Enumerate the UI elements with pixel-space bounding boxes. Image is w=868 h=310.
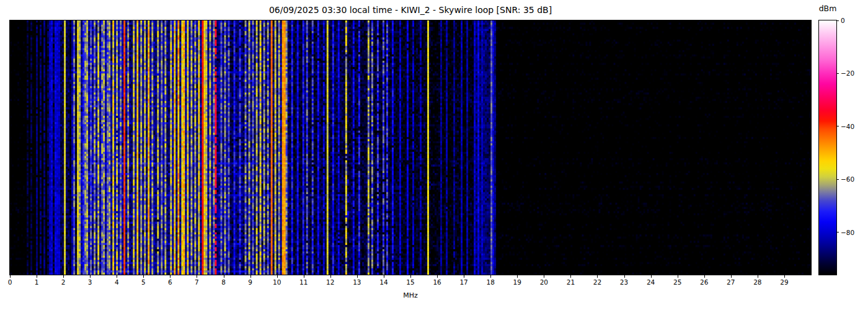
x-tick xyxy=(277,275,278,278)
x-tick xyxy=(330,275,331,278)
colorbar-tick xyxy=(836,20,839,21)
x-tick-label: 7 xyxy=(188,278,205,286)
x-tick-label: 17 xyxy=(455,278,472,286)
x-tick-label: 18 xyxy=(482,278,499,286)
x-tick-label: 19 xyxy=(508,278,526,286)
x-tick-label: 29 xyxy=(776,278,793,286)
colorbar-tick-label: −60 xyxy=(841,175,854,183)
colorbar-tick-label: −40 xyxy=(841,123,854,130)
x-tick xyxy=(304,275,304,278)
colorbar-tick-label: −80 xyxy=(841,229,854,236)
x-tick-label: 26 xyxy=(696,278,713,286)
x-tick-label: 1 xyxy=(28,278,45,286)
x-tick-label: 15 xyxy=(402,278,419,286)
x-tick xyxy=(63,275,64,278)
x-tick-label: 24 xyxy=(642,278,660,286)
x-tick-label: 21 xyxy=(562,278,579,286)
x-tick-label: 2 xyxy=(55,278,72,286)
x-tick xyxy=(197,275,197,278)
waterfall-canvas xyxy=(10,20,811,275)
x-tick xyxy=(10,275,11,278)
x-tick-label: 6 xyxy=(161,278,179,286)
x-tick xyxy=(758,275,758,278)
x-tick xyxy=(651,275,652,278)
colorbar-tick xyxy=(836,73,839,74)
x-tick xyxy=(117,275,117,278)
x-tick xyxy=(624,275,625,278)
x-tick xyxy=(544,275,544,278)
x-tick xyxy=(464,275,464,278)
x-tick xyxy=(517,275,518,278)
x-tick-label: 8 xyxy=(215,278,232,286)
x-tick xyxy=(37,275,37,278)
x-tick-label: 5 xyxy=(135,278,152,286)
x-tick xyxy=(384,275,384,278)
x-tick-label: 9 xyxy=(242,278,259,286)
x-tick-label: 22 xyxy=(588,278,606,286)
x-tick xyxy=(784,275,785,278)
x-tick xyxy=(90,275,91,278)
x-tick-label: 4 xyxy=(108,278,125,286)
colorbar-tick xyxy=(836,126,839,126)
x-tick-label: 0 xyxy=(1,278,19,286)
plot-title: 06/09/2025 03:30 local time - KIWI_2 - S… xyxy=(10,5,811,15)
x-tick xyxy=(170,275,170,278)
colorbar-tick-label: −20 xyxy=(841,69,854,77)
x-tick xyxy=(143,275,144,278)
x-tick xyxy=(224,275,224,278)
x-tick xyxy=(250,275,251,278)
x-tick-label: 10 xyxy=(268,278,286,286)
x-tick xyxy=(678,275,678,278)
colorbar-gradient xyxy=(819,20,836,275)
x-axis-label: MHz xyxy=(392,291,429,299)
x-tick-label: 11 xyxy=(295,278,312,286)
x-tick-label: 25 xyxy=(669,278,686,286)
x-tick-label: 12 xyxy=(322,278,339,286)
waterfall-plot-area xyxy=(9,20,812,275)
x-tick-label: 3 xyxy=(81,278,99,286)
colorbar-label: dBm xyxy=(808,4,847,13)
x-tick-label: 14 xyxy=(375,278,392,286)
x-tick-label: 28 xyxy=(749,278,766,286)
x-tick xyxy=(437,275,438,278)
x-tick-label: 23 xyxy=(616,278,633,286)
colorbar xyxy=(818,20,837,275)
colorbar-tick xyxy=(836,179,839,180)
colorbar-tick-label: 0 xyxy=(841,17,845,24)
x-tick-label: 16 xyxy=(428,278,446,286)
x-tick-label: 13 xyxy=(348,278,366,286)
x-tick xyxy=(704,275,705,278)
spectrogram-figure: 06/09/2025 03:30 local time - KIWI_2 - S… xyxy=(0,0,868,310)
x-tick xyxy=(490,275,491,278)
x-tick xyxy=(357,275,358,278)
x-tick xyxy=(597,275,598,278)
x-tick xyxy=(410,275,411,278)
x-tick xyxy=(570,275,571,278)
x-tick-label: 20 xyxy=(535,278,552,286)
x-tick xyxy=(731,275,732,278)
x-tick-label: 27 xyxy=(722,278,740,286)
colorbar-tick xyxy=(836,232,839,232)
